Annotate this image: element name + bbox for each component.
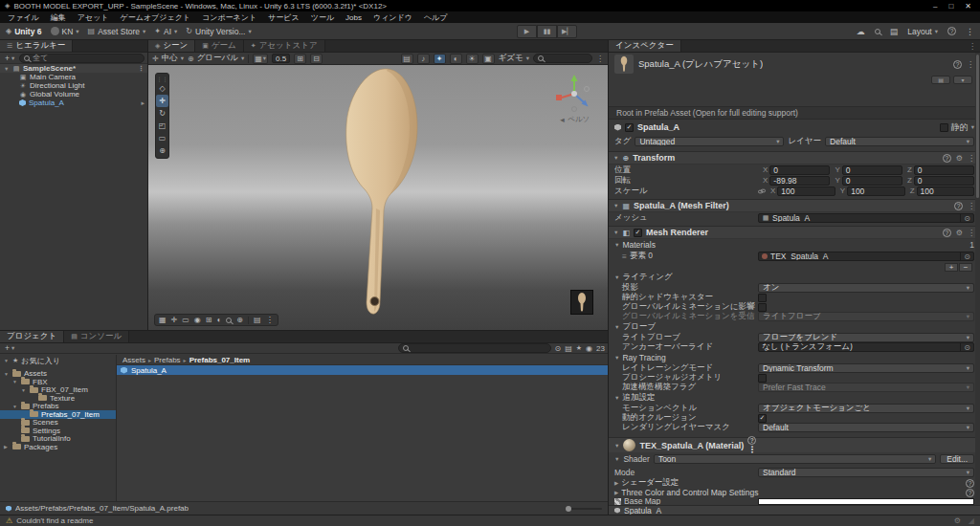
search-icon[interactable] — [875, 29, 880, 34]
view-tool-button[interactable]: ◇ — [156, 82, 168, 95]
tag-dropdown[interactable]: Untagged▾ — [635, 137, 784, 146]
hierarchy-item-spatula[interactable]: Spatula_A ▸ — [0, 99, 147, 107]
gizmos-dropdown[interactable]: ギズモ▾ — [499, 53, 529, 64]
add-material-button[interactable]: + — [945, 263, 958, 272]
tab-project[interactable]: プロジェクト — [0, 331, 64, 342]
tab-game[interactable]: ▣ ゲーム — [195, 40, 244, 52]
rotation-z-field[interactable]: 0 — [914, 176, 974, 186]
drag-handle-icon[interactable]: ≡ — [622, 252, 627, 261]
help-icon[interactable]: ? — [747, 436, 756, 445]
tree-item-settings[interactable]: Settings — [0, 427, 116, 435]
mesh-object-field[interactable]: ▦ Spatula_A ⊙ — [758, 213, 974, 223]
scene-search-input[interactable] — [533, 54, 592, 63]
menu-component[interactable]: コンポーネント — [196, 12, 262, 23]
position-y-field[interactable]: 0 — [842, 165, 902, 175]
render-mode-button[interactable]: ▦ — [159, 316, 167, 324]
prefab-options-button[interactable]: ▾ — [953, 76, 972, 84]
component-menu-icon[interactable]: ⋮ — [968, 229, 975, 237]
tree-item-prefabs[interactable]: ▼ Prefabs — [0, 403, 116, 411]
layers-overlay-button[interactable]: ▤ — [254, 316, 261, 324]
settings-icon[interactable]: ⚙ — [954, 516, 961, 525]
snap-toggle-button[interactable]: ⊟ — [310, 54, 323, 64]
scale-tool-button[interactable]: ◰ — [156, 120, 168, 132]
active-checkbox[interactable]: ✓ — [625, 123, 634, 132]
tree-item-fbx-07-item[interactable]: ▼ FBX_07_Item — [0, 386, 116, 395]
foldout-arrow-icon[interactable]: ▼ — [12, 404, 18, 409]
tree-item-packages[interactable]: ▶ Packages — [0, 443, 116, 451]
layer-dropdown[interactable]: Default▾ — [825, 137, 974, 146]
prefab-open-arrow-icon[interactable]: ▸ — [141, 99, 145, 107]
preview-bar[interactable]: Spatula_A — [609, 505, 980, 515]
play-button[interactable]: ▶ — [517, 25, 537, 38]
renderer-enabled-checkbox[interactable]: ✓ — [634, 229, 642, 237]
snap-increment-button[interactable]: ⊞ — [294, 54, 306, 64]
spatula-3d-model[interactable] — [148, 65, 608, 330]
materials-foldout[interactable]: ▼ Materials 1 — [609, 239, 980, 251]
pivot-dropdown[interactable]: ✛ 中心▾ — [152, 53, 184, 64]
cloud-icon[interactable]: ☁ — [857, 27, 865, 36]
search-overlay-icon[interactable] — [226, 318, 232, 323]
version-control-dropdown[interactable]: ↻ Unity Versio...▾ — [186, 27, 251, 36]
search-by-label-icon[interactable]: ▤ — [565, 344, 572, 353]
menu-edit[interactable]: 編集 — [45, 12, 72, 23]
mode-dropdown[interactable]: Standard▾ — [758, 468, 974, 477]
procedural-geometry-checkbox[interactable] — [758, 374, 767, 383]
open-prefab-button[interactable]: ▤ — [931, 76, 950, 84]
asset-item-spatula[interactable]: Spatula_A — [117, 365, 608, 375]
menu-assets[interactable]: アセット — [72, 12, 115, 23]
status-message[interactable]: Couldn't find a readme — [16, 516, 93, 525]
scale-y-field[interactable]: 100 — [847, 186, 904, 196]
chevron-down-icon[interactable]: ▾ — [971, 123, 974, 131]
tree-item-tutorialinfo[interactable]: TutorialInfo — [0, 435, 116, 444]
tab-inspector[interactable]: インスペクター — [609, 40, 681, 52]
shader-dropdown[interactable]: Toon▾ — [654, 454, 936, 464]
mesh-renderer-header[interactable]: ▼ ◧ ✓ Mesh Renderer ? ⚙ ⋮ — [609, 226, 980, 239]
component-menu-icon[interactable]: ⋮ — [968, 154, 975, 163]
object-picker-icon[interactable]: ⊙ — [960, 343, 970, 352]
lighting-toggle-button[interactable]: ◐ — [450, 54, 462, 64]
help-icon[interactable]: ? — [943, 229, 951, 237]
object-picker-icon[interactable]: ⊙ — [960, 252, 970, 261]
tree-item-assets[interactable]: ▼ Assets — [0, 370, 116, 379]
scale-z-field[interactable]: 100 — [917, 186, 974, 196]
layers-icon[interactable]: ▤ — [890, 27, 899, 36]
shader-settings-foldout[interactable]: ▶ シェーダー設定 ? — [609, 478, 980, 488]
position-x-field[interactable]: 0 — [769, 165, 830, 175]
hierarchy-search-input[interactable]: 全て — [19, 54, 145, 63]
component-menu-icon[interactable]: ⋮ — [968, 202, 975, 210]
scrollbar-thumb[interactable] — [976, 55, 979, 198]
sphere-overlay-button[interactable]: ◉ — [194, 316, 201, 324]
scale-x-field[interactable]: 100 — [777, 186, 835, 196]
rect-tool-button[interactable]: ▭ — [156, 132, 168, 144]
move-overlay-button[interactable]: ✛ — [171, 316, 178, 324]
gameobject-name[interactable]: Spatula_A — [637, 122, 679, 132]
help-icon[interactable]: ? — [943, 154, 951, 163]
snap-overlay-button[interactable]: ⊕ — [236, 316, 243, 324]
motion-vectors-dropdown[interactable]: オブジェクトモーションごと▾ — [758, 404, 974, 413]
presets-icon[interactable]: ⚙ — [956, 154, 963, 163]
skybox-toggle-button[interactable]: ☀ — [466, 54, 479, 64]
tab-console[interactable]: ▤ コンソール — [64, 331, 129, 342]
foldout-arrow-icon[interactable]: ▼ — [12, 379, 18, 384]
edit-shader-button[interactable]: Edit... — [940, 454, 974, 464]
static-shadow-checkbox[interactable] — [758, 294, 767, 302]
foldout-arrow-icon[interactable]: ▼ — [613, 155, 618, 161]
help-icon[interactable]: ? — [954, 202, 963, 210]
tree-item-prefabs-07-item[interactable]: Prefabs_07_Item — [0, 410, 116, 419]
tree-item-texture[interactable]: Texture — [0, 394, 116, 403]
shading-overlay-button[interactable]: ◐ — [217, 316, 222, 324]
tree-item-fbx[interactable]: ▼ FBX — [0, 378, 116, 386]
static-checkbox[interactable] — [940, 123, 948, 132]
help-icon[interactable]: ? — [966, 489, 974, 497]
foldout-arrow-icon[interactable]: ▼ — [4, 358, 10, 363]
save-search-icon[interactable]: ★ — [576, 344, 582, 352]
link-scale-icon[interactable] — [758, 187, 766, 195]
scene-viewport[interactable]: ⋮⋮ ◇ ✛ ↻ ◰ ▭ ⊕ — [148, 65, 608, 330]
effects-toggle-button[interactable]: ✦ — [434, 54, 446, 64]
dynamic-occlusion-checkbox[interactable]: ✓ — [758, 414, 767, 423]
projection-label[interactable]: ◄ ペルソ — [552, 115, 596, 124]
add-asset-button[interactable]: +▾ — [3, 343, 16, 353]
breadcrumb-prefabs-07-item[interactable]: Prefabs_07_Item — [189, 356, 251, 364]
inspector-menu-icon[interactable]: ⋮ — [969, 42, 976, 51]
ray-tracing-mode-dropdown[interactable]: Dynamic Transform▾ — [758, 363, 974, 373]
